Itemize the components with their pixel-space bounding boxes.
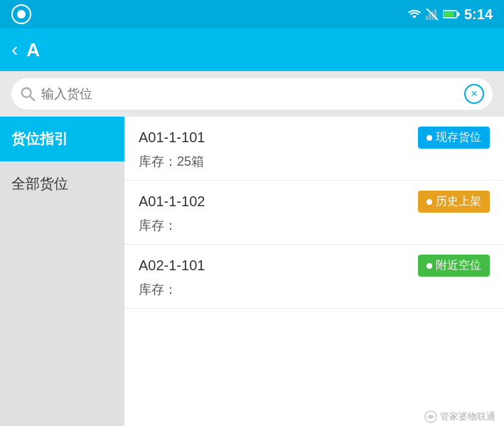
item-stock: 库存：25箱 bbox=[139, 153, 490, 170]
svg-rect-2 bbox=[429, 14, 431, 20]
list-item[interactable]: A01-1-102 历史上架 库存： bbox=[124, 181, 504, 245]
item-header: A01-1-101 现存货位 bbox=[139, 127, 490, 149]
svg-line-10 bbox=[30, 96, 34, 100]
sidebar: 货位指引 全部货位 bbox=[0, 117, 124, 426]
main-content: 货位指引 全部货位 A01-1-101 现存货位 库存：25箱 A01-1-10… bbox=[0, 117, 504, 426]
signal-icon bbox=[426, 9, 439, 20]
nav-bar: ‹ A bbox=[0, 28, 504, 71]
svg-rect-1 bbox=[426, 16, 428, 20]
badge-dot bbox=[427, 263, 432, 269]
status-icons: 5:14 bbox=[407, 6, 493, 23]
items-list: A01-1-101 现存货位 库存：25箱 A01-1-102 历史上架 库存： bbox=[124, 117, 504, 426]
sidebar-item-货位指引[interactable]: 货位指引 bbox=[0, 117, 124, 161]
badge-附近空位: 附近空位 bbox=[418, 255, 490, 277]
watermark-icon bbox=[424, 410, 437, 423]
wifi-icon bbox=[407, 9, 422, 20]
back-button[interactable]: ‹ bbox=[11, 40, 18, 60]
search-bar: × bbox=[0, 71, 504, 117]
svg-point-12 bbox=[429, 415, 432, 418]
search-input[interactable] bbox=[41, 87, 459, 102]
clear-button[interactable]: × bbox=[464, 84, 484, 104]
badge-dot bbox=[427, 199, 432, 205]
item-code: A01-1-101 bbox=[139, 129, 205, 146]
sidebar-item-全部货位[interactable]: 全部货位 bbox=[0, 161, 124, 206]
list-item[interactable]: A02-1-101 附近空位 库存： bbox=[124, 245, 504, 309]
svg-marker-0 bbox=[412, 16, 417, 18]
list-item[interactable]: A01-1-101 现存货位 库存：25箱 bbox=[124, 117, 504, 181]
badge-dot bbox=[427, 135, 432, 141]
search-input-wrapper: × bbox=[11, 78, 493, 110]
item-code: A01-1-102 bbox=[139, 193, 205, 210]
nav-title: A bbox=[26, 39, 40, 61]
clear-icon: × bbox=[471, 88, 477, 100]
svg-rect-7 bbox=[457, 13, 459, 16]
item-code: A02-1-101 bbox=[139, 257, 205, 274]
status-time: 5:14 bbox=[464, 6, 493, 23]
battery-icon bbox=[443, 9, 460, 19]
status-bar: 5:14 bbox=[0, 0, 504, 28]
footer-watermark: 管家婆物联通 bbox=[416, 408, 504, 426]
badge-历史上架: 历史上架 bbox=[418, 191, 490, 213]
svg-rect-8 bbox=[444, 12, 454, 17]
item-header: A01-1-102 历史上架 bbox=[139, 191, 490, 213]
lock-icon bbox=[11, 4, 31, 24]
badge-现存货位: 现存货位 bbox=[418, 127, 490, 149]
item-header: A02-1-101 附近空位 bbox=[139, 255, 490, 277]
search-icon bbox=[20, 86, 36, 102]
item-stock: 库存： bbox=[139, 281, 490, 298]
item-stock: 库存： bbox=[139, 217, 490, 234]
